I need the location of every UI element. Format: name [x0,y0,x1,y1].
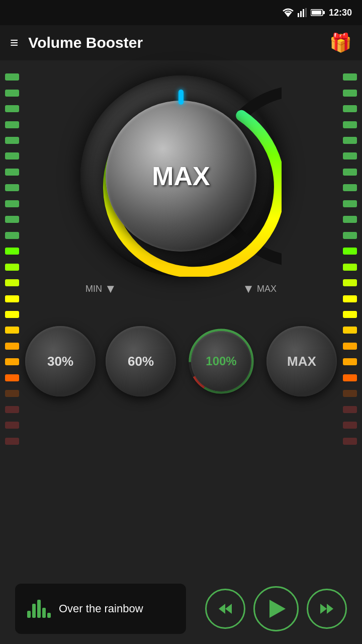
preset-max-button[interactable]: MAX [266,326,337,396]
volume-knob-container: MAX MIN ▼ ▼ MAX [70,75,292,296]
svg-rect-6 [323,11,325,14]
vu-bar-left [5,169,19,176]
vu-meter-left [5,70,19,448]
vu-bar-right [343,343,357,350]
rewind-button[interactable] [205,589,245,629]
vu-bar-left [5,438,19,445]
status-time: 12:30 [329,8,352,18]
vu-bar-right [343,216,357,223]
forward-icon [319,603,334,615]
music-bar-5 [47,613,51,618]
svg-rect-2 [300,11,302,17]
main-content: MAX MIN ▼ ▼ MAX 30% 60% [0,60,362,644]
vu-bar-left [5,232,19,239]
svg-marker-13 [320,604,327,614]
vu-bar-left [5,279,19,286]
signal-icon [298,8,307,17]
wifi-icon [283,8,294,17]
battery-icon [311,9,325,17]
music-bar-4 [42,608,46,618]
knob-indicator [178,90,184,105]
gift-icon[interactable]: 🎁 [329,32,352,53]
knob-labels: MIN ▼ ▼ MAX [70,282,292,296]
preset-30-button[interactable]: 30% [25,326,96,396]
vu-bar-right [343,248,357,255]
vu-bar-right [343,184,357,191]
vu-bar-right [343,327,357,334]
vu-bar-right [343,358,357,365]
svg-marker-14 [327,604,333,614]
preset-100-label: 100% [206,354,236,368]
svg-rect-7 [312,11,321,15]
knob-value-label: MAX [152,161,210,191]
now-playing-title: Over the rainbow [59,602,143,615]
vu-bar-right [343,90,357,97]
vu-bar-left [5,216,19,223]
menu-icon[interactable]: ≡ [10,35,18,51]
vu-bar-left [5,264,19,271]
vu-bar-left [5,374,19,381]
vu-bar-left [5,358,19,365]
svg-marker-0 [285,13,292,17]
vu-bar-right [343,295,357,302]
vu-bar-right [343,105,357,112]
play-icon [269,600,286,618]
vu-bar-left [5,121,19,128]
vu-bar-left [5,90,19,97]
vu-bar-right [343,137,357,144]
vu-bar-left [5,137,19,144]
vu-bar-left [5,152,19,159]
vu-bar-left [5,184,19,191]
vu-bar-right [343,311,357,318]
vu-bar-left [5,390,19,397]
max-label: ▼ MAX [242,282,277,296]
forward-button[interactable] [307,589,347,629]
vu-bar-left [5,406,19,413]
preset-60-button[interactable]: 60% [106,326,176,396]
max-arrow-icon: ▼ [242,282,254,296]
rewind-icon [218,603,233,615]
preset-buttons: 30% 60% 100% MAX [25,326,337,396]
vu-bar-left [5,295,19,302]
vu-bar-right [343,200,357,207]
preset-100-inner: 100% [191,331,251,391]
music-bar-2 [32,604,36,618]
vu-bar-right [343,422,357,429]
play-button[interactable] [253,586,299,631]
svg-rect-4 [305,8,307,17]
vu-bar-right [343,438,357,445]
vu-bar-left [5,105,19,112]
volume-knob[interactable]: MAX [80,75,282,277]
music-bar-3 [37,600,41,618]
music-bars-icon [27,600,51,618]
vu-bar-right [343,264,357,271]
vu-meter-right [343,70,357,448]
vu-bar-left [5,200,19,207]
now-playing-card: Over the rainbow [15,584,186,634]
svg-rect-1 [298,13,299,17]
vu-bar-left [5,343,19,350]
header: ≡ Volume Booster 🎁 [0,25,362,60]
status-bar: 12:30 [0,0,362,25]
vu-bar-left [5,248,19,255]
vu-bar-right [343,374,357,381]
vu-bar-left [5,73,19,80]
svg-marker-12 [219,604,225,614]
preset-100-button[interactable]: 100% [186,326,256,396]
vu-bar-right [343,169,357,176]
vu-bar-left [5,311,19,318]
music-bar-1 [27,611,31,618]
vu-bar-right [343,279,357,286]
knob-inner: MAX [106,101,256,252]
vu-bar-right [343,73,357,80]
app-title: Volume Booster [28,34,143,51]
vu-bar-right [343,406,357,413]
min-label: MIN ▼ [85,282,117,296]
vu-bar-right [343,390,357,397]
svg-marker-11 [225,604,232,614]
status-icons: 12:30 [283,8,352,18]
vu-bar-right [343,152,357,159]
vu-bar-right [343,121,357,128]
vu-bar-left [5,422,19,429]
now-playing-section: Over the rainbow [0,584,362,634]
